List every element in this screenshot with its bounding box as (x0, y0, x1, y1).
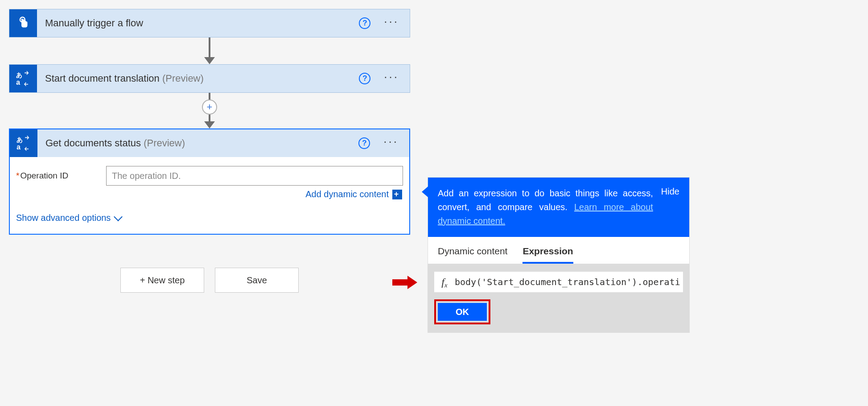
connector-arrow: + (202, 93, 217, 128)
step-title: Start document translation (Preview) (37, 73, 359, 84)
svg-text:あ: あ (16, 136, 23, 143)
step-manually-trigger[interactable]: Manually trigger a flow ? ··· (9, 9, 410, 37)
annotation-arrow-icon (392, 276, 417, 289)
help-icon[interactable]: ? (359, 73, 370, 84)
expression-text[interactable]: body('Start_document_translation').opera… (455, 277, 683, 287)
hide-link[interactable]: Hide (661, 186, 679, 228)
expression-panel: Add an expression to do basic things lik… (428, 178, 689, 332)
translate-icon: あ a (10, 129, 37, 157)
new-step-button[interactable]: + New step (120, 268, 204, 293)
touch-icon (9, 9, 37, 37)
more-icon[interactable]: ··· (383, 136, 399, 151)
chevron-down-icon (114, 212, 123, 221)
ok-highlight: OK (434, 299, 490, 324)
more-icon[interactable]: ··· (384, 16, 399, 31)
step-title-text: Manually trigger a flow (45, 17, 143, 29)
tab-dynamic-content[interactable]: Dynamic content (438, 246, 507, 264)
expression-input[interactable]: fx body('Start_document_translation').op… (434, 272, 683, 292)
svg-text:a: a (16, 79, 20, 86)
show-advanced-options[interactable]: Show advanced options (16, 213, 403, 223)
more-icon[interactable]: ··· (384, 71, 399, 86)
add-dynamic-content-link[interactable]: Add dynamic content (305, 189, 389, 199)
step-title-text: Start document translation (45, 73, 160, 84)
translate-icon: あ a (9, 65, 37, 92)
step-title-text: Get documents status (45, 137, 141, 149)
connector-arrow (204, 37, 215, 64)
step-body: *Operation ID Add dynamic content + Show… (9, 157, 410, 235)
preview-badge: (Preview) (144, 137, 185, 149)
save-button[interactable]: Save (215, 268, 299, 293)
preview-badge: (Preview) (162, 73, 204, 84)
svg-text:a: a (16, 143, 21, 151)
step-get-documents-status[interactable]: あ a Get documents status (Preview) ? ··· (9, 128, 410, 157)
add-dynamic-content-plus-icon[interactable]: + (392, 190, 402, 199)
step-start-translation[interactable]: あ a Start document translation (Preview)… (9, 64, 410, 93)
operation-id-input[interactable] (106, 166, 403, 186)
operation-id-label: *Operation ID (16, 171, 106, 181)
add-step-icon[interactable]: + (202, 99, 217, 115)
help-icon[interactable]: ? (359, 17, 370, 29)
ok-button[interactable]: OK (438, 303, 487, 321)
panel-description: Add an expression to do basic things lik… (438, 186, 653, 228)
fx-icon: fx (434, 276, 455, 288)
step-title: Get documents status (Preview) (37, 137, 358, 149)
help-icon[interactable]: ? (358, 137, 370, 149)
step-title: Manually trigger a flow (37, 17, 359, 29)
tab-expression[interactable]: Expression (522, 246, 573, 264)
svg-text:あ: あ (16, 71, 22, 79)
